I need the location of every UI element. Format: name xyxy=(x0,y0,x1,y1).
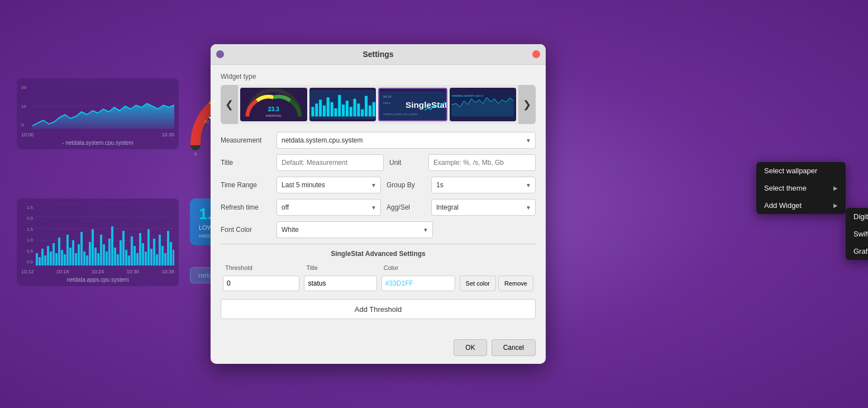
svg-rect-86 xyxy=(338,95,341,116)
modal-overlay: Settings Widget type ❮ xyxy=(0,0,868,408)
threshold-col-header: Threshold xyxy=(221,262,302,273)
measurement-select[interactable]: netdata.system.cpu.system xyxy=(276,132,536,149)
agg-sel-label: Agg/Sel xyxy=(387,203,426,211)
threshold-color-input[interactable] xyxy=(381,276,455,291)
modal-footer: OK Cancel xyxy=(211,334,546,364)
add-threshold-button[interactable]: Add Threshold xyxy=(221,299,536,319)
modal-dot xyxy=(216,50,224,58)
modal-title: Settings xyxy=(363,50,393,59)
modal-body: Widget type ❮ 23.3 xyxy=(211,65,546,334)
refresh-time-select[interactable]: off xyxy=(276,199,381,216)
time-range-label: Time Range xyxy=(221,181,271,189)
svg-rect-79 xyxy=(311,107,314,116)
group-by-label: Group By xyxy=(387,181,426,189)
svg-text:AVERAGE: AVERAGE xyxy=(266,114,282,117)
title-unit-row: Title Unit xyxy=(221,154,536,171)
svg-rect-82 xyxy=(322,106,325,117)
carousel-item-bar[interactable] xyxy=(309,88,376,121)
svg-text:netdata.system.cpu.s: netdata.system.cpu.s xyxy=(451,94,483,97)
svg-rect-92 xyxy=(361,110,364,117)
font-color-label: Font Color xyxy=(221,226,271,234)
measurement-row: Measurement netdata.system.cpu.system ▼ xyxy=(221,132,536,149)
title-input[interactable] xyxy=(276,154,384,171)
time-range-select-wrapper: Last 5 minutes ▼ xyxy=(276,177,381,193)
threshold-actions-cell: Set color Remove xyxy=(457,273,536,293)
color-col-header: Color xyxy=(379,262,457,273)
table-row: Set color Remove xyxy=(221,273,536,293)
threshold-color-cell xyxy=(379,273,457,293)
group-by-select-wrapper: 1s ▼ xyxy=(431,177,536,193)
group-by-select[interactable]: 1s xyxy=(431,177,536,193)
threshold-value-cell xyxy=(221,273,302,293)
svg-rect-83 xyxy=(326,97,329,116)
svg-rect-87 xyxy=(342,105,345,116)
svg-rect-88 xyxy=(345,101,348,116)
actions-col-header xyxy=(457,262,536,273)
font-color-select-wrapper: White ▼ xyxy=(276,221,433,238)
threshold-table-body: Set color Remove xyxy=(221,273,536,293)
svg-rect-85 xyxy=(334,108,337,117)
set-color-button[interactable]: Set color xyxy=(460,276,496,291)
svg-rect-81 xyxy=(319,99,322,116)
svg-rect-93 xyxy=(365,96,368,117)
modal-close-button[interactable] xyxy=(532,50,540,58)
time-range-select[interactable]: Last 5 minutes xyxy=(276,177,381,193)
carousel-item-singlestat[interactable]: 98.54 status SingleStat netdata.system.c… xyxy=(378,88,447,121)
title-col-header: Title xyxy=(302,262,379,273)
svg-rect-90 xyxy=(353,99,356,117)
carousel-next-button[interactable]: ❯ xyxy=(518,85,536,124)
measurement-label: Measurement xyxy=(221,136,271,144)
measurement-select-wrapper: netdata.system.cpu.system ▼ xyxy=(276,132,536,149)
font-color-row: Font Color White ▼ xyxy=(221,221,536,238)
svg-text:98.54: 98.54 xyxy=(383,95,392,98)
threshold-table: Threshold Title Color xyxy=(221,262,536,293)
settings-modal: Settings Widget type ❮ xyxy=(211,44,546,364)
refresh-time-label: Refresh time xyxy=(221,203,271,211)
threshold-value-input[interactable] xyxy=(223,276,299,291)
carousel-items-container: 23.3 AVERAGE xyxy=(238,86,518,124)
time-group-row: Time Range Last 5 minutes ▼ Group By 1s … xyxy=(221,177,536,193)
unit-label: Unit xyxy=(389,159,423,167)
carousel-item-netdata[interactable]: netdata.system.cpu.s xyxy=(450,88,517,121)
threshold-title-input[interactable] xyxy=(304,276,376,291)
modal-titlebar: Settings xyxy=(211,44,546,65)
carousel-prev-button[interactable]: ❮ xyxy=(221,85,238,124)
unit-input[interactable] xyxy=(428,154,536,171)
agg-sel-select[interactable]: Integral xyxy=(431,199,536,216)
svg-rect-94 xyxy=(368,106,371,117)
cancel-button[interactable]: Cancel xyxy=(492,339,536,356)
svg-rect-80 xyxy=(315,103,318,116)
svg-rect-84 xyxy=(330,102,333,117)
remove-threshold-button[interactable]: Remove xyxy=(498,276,533,291)
divider xyxy=(221,244,536,244)
svg-text:SingleStat: SingleStat xyxy=(406,100,446,110)
widget-type-carousel: ❮ 23.3 AVERAGE xyxy=(221,85,536,124)
ok-button[interactable]: OK xyxy=(454,339,487,356)
svg-rect-89 xyxy=(349,107,352,116)
svg-rect-91 xyxy=(357,103,360,116)
svg-rect-95 xyxy=(372,102,375,117)
svg-text:netdata.system.cpu.system: netdata.system.cpu.system xyxy=(383,112,418,116)
advanced-settings-title: SingleStat Advanced Settings xyxy=(221,250,536,258)
agg-sel-select-wrapper: Integral ▼ xyxy=(431,199,536,216)
font-color-select[interactable]: White xyxy=(276,221,433,238)
threshold-title-cell xyxy=(302,273,379,293)
widget-type-label: Widget type xyxy=(221,73,536,80)
svg-text:status: status xyxy=(383,101,391,105)
carousel-item-gauge[interactable]: 23.3 AVERAGE xyxy=(240,88,307,121)
threshold-table-header: Threshold Title Color xyxy=(221,262,536,273)
refresh-agg-row: Refresh time off ▼ Agg/Sel Integral ▼ xyxy=(221,199,536,216)
svg-text:23.3: 23.3 xyxy=(268,106,279,112)
refresh-time-select-wrapper: off ▼ xyxy=(276,199,381,216)
title-label: Title xyxy=(221,159,271,167)
